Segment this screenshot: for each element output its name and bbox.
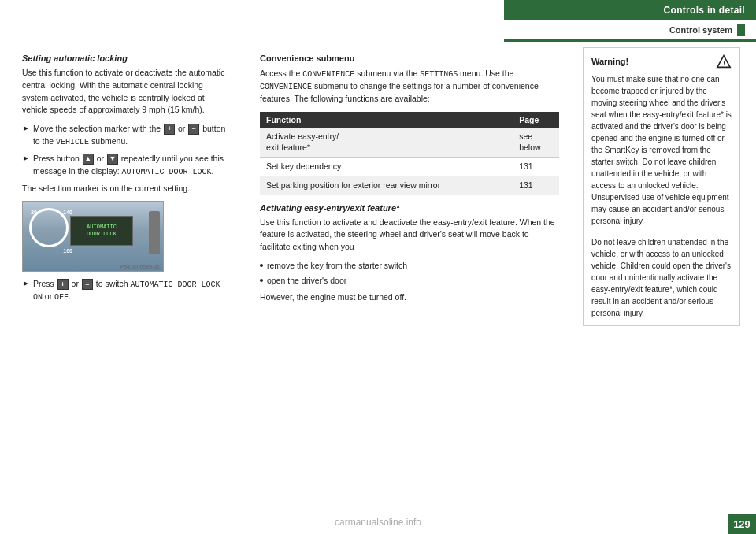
activating-para2: However, the engine must be turned off. [260, 291, 559, 304]
down-btn-icon: ▼ [107, 154, 118, 165]
speedo-label-160: 160 [63, 248, 72, 254]
header-bar: Controls in detail Control system [504, 0, 756, 42]
lcd-text-2: DOOR LOCK [87, 231, 117, 238]
function-table: Function Page Activate easy-entry/ exit … [260, 112, 559, 195]
table-row: Set parking position for exterior rear v… [260, 176, 559, 195]
bullet-arrow-2: ► [22, 154, 30, 162]
activating-para1: Use this function to activate and deacti… [260, 217, 559, 254]
bullet-arrow-1: ► [22, 124, 30, 132]
setting-heading: Setting automatic locking [22, 54, 228, 63]
car-display-bg: 20 140 160 AUTOMATIC DOOR LOCK [23, 202, 163, 271]
bullet-item-1: ► Move the selection marker with the + o… [22, 123, 228, 148]
bullet-text-1: Move the selection marker with the + or … [33, 123, 228, 148]
dot-item-2: open the driver's door [260, 275, 559, 287]
col-page: Page [513, 112, 559, 128]
right-strip [149, 211, 160, 254]
conv-para: Access the CONVENIENCE submenu via the S… [260, 68, 559, 106]
plus-btn-icon: + [164, 124, 175, 135]
speedometer: 20 140 160 [29, 208, 72, 263]
lcd-display: AUTOMATIC DOOR LOCK [70, 216, 133, 246]
table-cell-function: Activate easy-entry/ exit feature* [260, 128, 513, 158]
up-btn-icon: ▲ [83, 154, 94, 165]
bullet-arrow-3: ► [22, 279, 30, 287]
col-function: Function [260, 112, 513, 128]
bullet-item-2: ► Press button ▲ or ▼ repeatedly until y… [22, 153, 228, 178]
auto-door-lock-mono: AUTOMATIC DOOR LOCK [122, 168, 212, 176]
warning-para1: You must make sure that no one can becom… [591, 73, 732, 227]
lcd-text-1: AUTOMATIC [87, 224, 117, 231]
activating-heading: Activating easy-entry/exit feature* [260, 203, 559, 213]
svg-text:!: ! [723, 60, 725, 67]
off-mono: OFF [54, 293, 69, 302]
warning-box: Warning! ! You must make sure that no on… [583, 47, 740, 326]
bullet-text-2: Press button ▲ or ▼ repeatedly until you… [33, 153, 228, 178]
speedo-label-140: 140 [63, 210, 72, 215]
content-area: Setting automatic locking Use this funct… [0, 39, 756, 534]
left-column: Setting automatic locking Use this funct… [0, 39, 244, 534]
far-right-column: Warning! ! You must make sure that no on… [575, 39, 756, 534]
plus-btn-icon-2: + [57, 279, 69, 290]
settings-mono: SETTINGS [420, 70, 458, 79]
table-row: Set key dependency131 [260, 158, 559, 176]
convenience-mono-2: CONVENIENCE [260, 83, 312, 91]
controls-in-detail-label: Controls in detail [504, 0, 756, 20]
table-cell-page: 131 [513, 176, 559, 195]
control-system-bar: Control system [504, 20, 756, 42]
table-cell-function: Set parking position for exterior rear v… [260, 176, 513, 195]
selection-note: The selection marker is on the current s… [22, 183, 228, 195]
table-cell-page: 131 [513, 158, 559, 176]
warning-para2: Do not leave children unattended in the … [591, 236, 732, 319]
cs-indicator [737, 24, 745, 36]
table-header-row: Function Page [260, 112, 559, 128]
convenience-mono-1: CONVENIENCE [302, 70, 354, 79]
speedo-label-20: 20 [31, 210, 37, 215]
dot-text-2: open the driver's door [267, 275, 346, 287]
page-number: 129 [728, 514, 756, 534]
setting-para1: Use this function to activate or deactiv… [22, 67, 228, 117]
watermark: carmanualsoline.info [335, 517, 421, 528]
control-system-label: Control system [669, 25, 732, 35]
table-row: Activate easy-entry/ exit feature*see be… [260, 128, 559, 158]
image-caption: P54.30-6599-31 [120, 264, 160, 269]
dot-item-1: remove the key from the starter switch [260, 260, 559, 273]
table-cell-function: Set key dependency [260, 158, 513, 176]
warning-triangle-icon: ! [716, 54, 732, 69]
warning-header: Warning! ! [591, 54, 732, 69]
minus-btn-icon-2: − [82, 279, 93, 290]
car-display-image: 20 140 160 AUTOMATIC DOOR LOCK P54.30-65… [22, 201, 164, 272]
table-body: Activate easy-entry/ exit feature*see be… [260, 128, 559, 195]
conv-heading: Convenience submenu [260, 54, 559, 63]
bullet-text-3: Press + or − to switch AUTOMATIC DOOR LO… [33, 278, 228, 303]
dot-1 [260, 264, 263, 267]
dot-text-1: remove the key from the starter switch [267, 260, 407, 273]
right-column: Convenience submenu Access the CONVENIEN… [244, 39, 575, 534]
page-container: Controls in detail Control system Settin… [0, 0, 756, 534]
table-cell-page: see below [513, 128, 559, 158]
vehicle-mono: VEHICLE [56, 138, 89, 146]
minus-btn-icon: − [188, 124, 199, 135]
warning-title: Warning! [591, 57, 628, 66]
table-header: Function Page [260, 112, 559, 128]
bullet-item-3: ► Press + or − to switch AUTOMATIC DOOR … [22, 278, 228, 303]
dot-2 [260, 279, 263, 282]
